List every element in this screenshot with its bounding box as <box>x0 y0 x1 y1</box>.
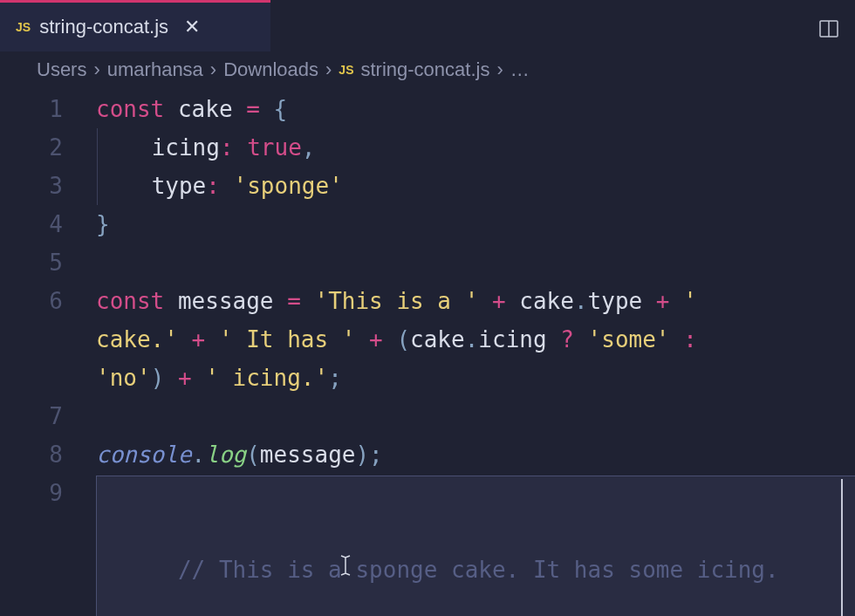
breadcrumb-segment[interactable]: umarhansa <box>107 58 203 81</box>
tab-filename: string-concat.js <box>39 16 168 38</box>
code-line[interactable]: 5 <box>0 243 855 282</box>
chevron-right-icon: › <box>496 58 503 81</box>
code-content[interactable]: cake.' + ' It has ' + (cake.icing ? 'som… <box>96 320 855 359</box>
line-number: 9 <box>0 474 96 512</box>
line-number: 8 <box>0 435 96 474</box>
js-file-icon: JS <box>16 20 31 34</box>
code-content[interactable]: 'no') + ' icing.'; <box>96 359 855 397</box>
code-content-highlighted[interactable]: // This is a sponge cake. It has some ic… <box>96 474 855 616</box>
line-number: 7 <box>0 397 96 435</box>
tab-bar: JS string-concat.js ✕ <box>0 3 855 51</box>
breadcrumb-file[interactable]: string-concat.js <box>360 58 489 81</box>
code-line[interactable]: 7 <box>0 397 855 435</box>
breadcrumb-ellipsis[interactable]: … <box>510 58 530 81</box>
js-file-icon: JS <box>339 63 353 77</box>
selection-highlight <box>96 476 855 616</box>
code-line[interactable]: cake.' + ' It has ' + (cake.icing ? 'som… <box>0 320 855 359</box>
code-line[interactable]: 1 const cake = { <box>0 90 855 128</box>
line-number: 4 <box>0 205 96 243</box>
line-number: 1 <box>0 90 96 128</box>
chevron-right-icon: › <box>210 58 216 81</box>
code-line[interactable]: 8 console.log(message); <box>0 435 855 474</box>
code-line[interactable]: 6 const message = 'This is a ' + cake.ty… <box>0 282 855 320</box>
code-line[interactable]: 'no') + ' icing.'; <box>0 359 855 397</box>
line-number: 6 <box>0 282 96 320</box>
code-content[interactable]: console.log(message); <box>96 435 855 474</box>
line-number: 5 <box>0 243 96 282</box>
code-content[interactable]: const message = 'This is a ' + cake.type… <box>96 282 855 320</box>
file-tab[interactable]: JS string-concat.js ✕ <box>0 3 270 51</box>
breadcrumb[interactable]: Users › umarhansa › Downloads › JS strin… <box>0 51 855 86</box>
breadcrumb-segment[interactable]: Users <box>37 58 86 81</box>
code-editor[interactable]: 1 const cake = { 2 icing: true, 3 type: … <box>0 86 855 616</box>
code-content[interactable]: icing: true, <box>96 128 855 167</box>
line-number: 2 <box>0 128 96 167</box>
code-line[interactable]: 3 type: 'sponge' <box>0 167 855 205</box>
text-cursor <box>841 479 843 616</box>
code-line[interactable]: 2 icing: true, <box>0 128 855 167</box>
chevron-right-icon: › <box>325 58 332 81</box>
code-content[interactable]: const cake = { <box>96 90 855 128</box>
mouse-cursor-icon <box>339 554 352 583</box>
breadcrumb-segment[interactable]: Downloads <box>223 58 318 81</box>
code-content[interactable]: } <box>96 205 855 243</box>
code-line[interactable]: 9 // This is a sponge cake. It has some … <box>0 474 855 616</box>
code-line[interactable]: 4 } <box>0 205 855 243</box>
close-icon[interactable]: ✕ <box>184 16 200 38</box>
chevron-right-icon: › <box>93 58 99 81</box>
code-content[interactable]: type: 'sponge' <box>96 167 855 205</box>
line-number: 3 <box>0 167 96 205</box>
split-editor-icon[interactable] <box>818 18 839 43</box>
